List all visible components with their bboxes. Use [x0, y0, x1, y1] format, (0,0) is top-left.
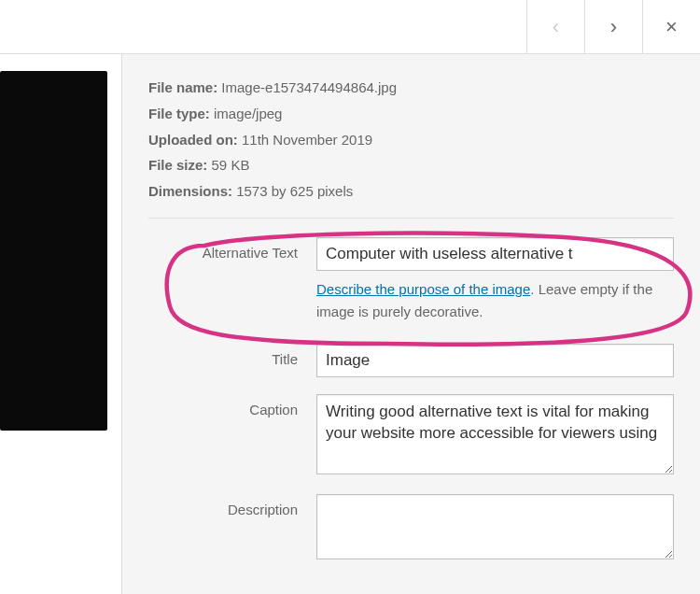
row-title: Title — [148, 344, 674, 377]
meta-dimensions-value: 1573 by 625 pixels — [236, 183, 353, 199]
title-label: Title — [148, 344, 316, 367]
close-button[interactable]: × — [642, 0, 700, 53]
meta-filetype-label: File type: — [148, 106, 210, 121]
caption-control — [316, 394, 674, 477]
alt-text-control: Describe the purpose of the image. Leave… — [316, 237, 674, 323]
title-field[interactable] — [316, 344, 674, 377]
meta-dimensions: Dimensions: 1573 by 625 pixels — [148, 178, 674, 205]
meta-filename-value: Image-e1573474494864.jpg — [221, 79, 397, 95]
meta-dimensions-label: Dimensions: — [148, 183, 232, 199]
alt-text-help: Describe the purpose of the image. Leave… — [316, 278, 674, 323]
details-panel: File name: Image-e1573474494864.jpg File… — [121, 54, 700, 594]
meta-uploaded-value: 11th November 2019 — [242, 132, 372, 148]
description-control — [316, 494, 674, 562]
attachment-preview[interactable] — [0, 71, 107, 431]
meta-uploaded: Uploaded on: 11th November 2019 — [148, 127, 674, 153]
main-area: File name: Image-e1573474494864.jpg File… — [0, 54, 700, 594]
next-button[interactable]: › — [584, 0, 642, 53]
title-control — [316, 344, 674, 377]
toolbar: ‹ › × — [0, 0, 700, 54]
row-caption: Caption — [148, 394, 674, 477]
caption-field[interactable] — [316, 394, 674, 474]
meta-filesize: File size: 59 KB — [148, 152, 674, 178]
chevron-left-icon: ‹ — [553, 15, 559, 39]
meta-filetype: File type: image/jpeg — [148, 101, 674, 127]
meta-filetype-value: image/jpeg — [214, 106, 282, 121]
attachment-form: Alternative Text Describe the purpose of… — [148, 219, 674, 562]
meta-filename: File name: Image-e1573474494864.jpg — [148, 75, 674, 101]
close-icon: × — [665, 15, 678, 39]
meta-uploaded-label: Uploaded on: — [148, 132, 238, 148]
meta-filename-label: File name: — [148, 79, 217, 95]
chevron-right-icon: › — [610, 15, 617, 39]
file-metadata: File name: Image-e1573474494864.jpg File… — [148, 75, 674, 219]
alt-text-label: Alternative Text — [148, 237, 316, 261]
image-column — [0, 54, 121, 594]
meta-filesize-value: 59 KB — [212, 157, 250, 173]
prev-button[interactable]: ‹ — [526, 0, 584, 53]
meta-filesize-label: File size: — [148, 157, 207, 173]
description-field[interactable] — [316, 494, 674, 559]
alt-text-field[interactable] — [316, 237, 674, 271]
row-description: Description — [148, 494, 674, 562]
row-alt-text: Alternative Text Describe the purpose of… — [148, 237, 674, 323]
alt-text-help-link[interactable]: Describe the purpose of the image — [316, 281, 530, 297]
caption-label: Caption — [148, 394, 316, 417]
description-label: Description — [148, 494, 316, 517]
